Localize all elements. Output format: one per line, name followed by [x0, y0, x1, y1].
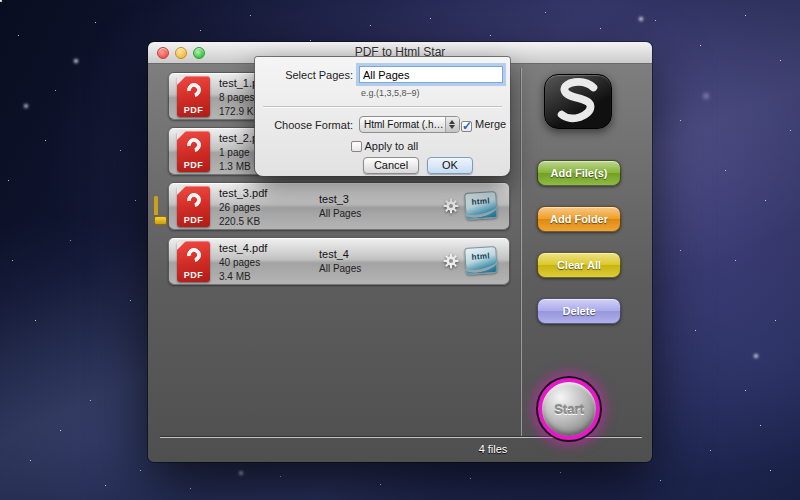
- file-size: 3.4 MB: [219, 270, 267, 284]
- delete-button[interactable]: Delete: [537, 298, 621, 324]
- vertical-divider: [520, 68, 522, 436]
- add-files-button[interactable]: Add File(s): [537, 160, 621, 186]
- desktop: { "window": { "title": "PDF to Html Star…: [0, 0, 800, 500]
- start-label: Start: [542, 402, 596, 417]
- app-window: PDF to Html Star PDF test_1.pdf 8 pages …: [148, 42, 652, 462]
- clear-all-button[interactable]: Clear All: [537, 252, 621, 278]
- html-badge: html: [465, 196, 496, 207]
- app-logo: [544, 74, 612, 129]
- pages-hint: e.g.(1,3,5,8–9): [361, 88, 420, 98]
- output-name: test_4: [319, 246, 361, 262]
- page-fold: [177, 76, 186, 85]
- pdf-badge: PDF: [177, 105, 210, 115]
- html-badge: html: [465, 251, 496, 262]
- add-folder-button[interactable]: Add Folder: [537, 206, 621, 232]
- pdf-badge: PDF: [177, 160, 210, 170]
- pdf-swirl-icon: [184, 190, 203, 209]
- file-name: test_4.pdf: [219, 241, 267, 256]
- html-file-icon: html: [464, 246, 498, 275]
- format-select-value: Html Format (.h…: [360, 117, 444, 130]
- popup-arrows-icon: [445, 117, 459, 132]
- merge-label: Merge: [475, 118, 506, 130]
- gear-icon[interactable]: [443, 253, 459, 269]
- ok-button[interactable]: OK: [427, 157, 473, 174]
- pdf-file-icon: PDF: [177, 76, 210, 117]
- page-fold: [177, 186, 186, 195]
- zoom-button[interactable]: [193, 47, 205, 59]
- file-name: test_3.pdf: [219, 186, 267, 201]
- apply-to-all-label: Apply to all: [364, 140, 418, 152]
- pdf-badge: PDF: [177, 270, 210, 280]
- file-row[interactable]: PDF test_4.pdf 40 pages 3.4 MB test_4 Al…: [168, 237, 510, 285]
- dialog-separator: [263, 106, 502, 107]
- lock-icon: [154, 198, 167, 214]
- minimize-button[interactable]: [175, 47, 187, 59]
- file-row[interactable]: PDF test_3.pdf 26 pages 220.5 KB test_3 …: [168, 182, 510, 230]
- status-files-count: 4 files: [448, 443, 538, 455]
- select-pages-input[interactable]: [359, 66, 503, 83]
- pdf-file-icon: PDF: [177, 131, 210, 172]
- page-fold: [177, 241, 186, 250]
- format-select[interactable]: Html Format (.h…: [359, 116, 460, 133]
- pdf-swirl-icon: [184, 135, 203, 154]
- s-swirl-icon: [545, 75, 611, 128]
- output-name: test_3: [319, 191, 361, 207]
- gear-icon[interactable]: [443, 198, 459, 214]
- pdf-file-icon: PDF: [177, 186, 210, 227]
- page-range: All Pages: [319, 262, 361, 276]
- start-button-face: Start: [538, 378, 600, 440]
- sheet-dialog: Select Pages: e.g.(1,3,5,8–9) Choose For…: [255, 57, 510, 176]
- file-pages: 40 pages: [219, 256, 267, 270]
- file-size: 220.5 KB: [219, 215, 267, 229]
- page-range: All Pages: [319, 207, 361, 221]
- pdf-swirl-icon: [184, 245, 203, 264]
- pdf-badge: PDF: [177, 215, 210, 225]
- pdf-swirl-icon: [184, 80, 203, 99]
- apply-to-all-checkbox[interactable]: [351, 141, 362, 152]
- page-fold: [177, 131, 186, 140]
- file-pages: 26 pages: [219, 201, 267, 215]
- select-pages-label: Select Pages:: [257, 69, 353, 81]
- choose-format-label: Choose Format:: [257, 119, 353, 131]
- pdf-file-icon: PDF: [177, 241, 210, 282]
- close-button[interactable]: [157, 47, 169, 59]
- merge-checkbox[interactable]: ✓: [461, 121, 472, 132]
- html-file-icon: html: [464, 191, 498, 220]
- cancel-button[interactable]: Cancel: [363, 157, 419, 174]
- start-button[interactable]: Start: [536, 376, 602, 442]
- bright-stars: [0, 0, 2, 2]
